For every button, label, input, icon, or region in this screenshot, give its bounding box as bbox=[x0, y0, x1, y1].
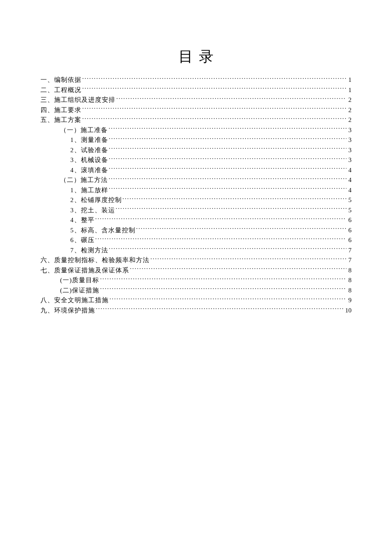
toc-entry: 八、安全文明施工措施9 bbox=[40, 295, 352, 306]
toc-entry-label: 四、施工要求 bbox=[40, 105, 81, 116]
toc-entry: 2、松铺厚度控制5 bbox=[40, 195, 352, 205]
document-page: 目录 一、编制依据1二、工程概况1三、施工组织及进度安排2四、施工要求2五、施工… bbox=[0, 0, 392, 555]
toc-entry: （一）施工准备3 bbox=[40, 125, 352, 136]
toc-entry-label: 5、标高、含水量控制 bbox=[70, 225, 135, 236]
toc-entry-page: 1 bbox=[347, 85, 352, 95]
toc-entry-page: 5 bbox=[347, 195, 352, 205]
toc-entry-page: 2 bbox=[347, 115, 352, 125]
toc-entry: 1、测量准备3 bbox=[40, 135, 352, 145]
toc-leader-dots bbox=[95, 236, 347, 242]
toc-entry: 7、检测方法7 bbox=[40, 246, 352, 256]
toc-entry: 5、标高、含水量控制6 bbox=[40, 225, 352, 236]
toc-leader-dots bbox=[150, 256, 346, 262]
toc-entry-page: 6 bbox=[347, 215, 352, 225]
toc-entry-label: 4、整平 bbox=[70, 215, 95, 225]
toc-entry-label: 1、施工放样 bbox=[70, 185, 108, 196]
toc-entry-page: 4 bbox=[347, 165, 352, 176]
toc-leader-dots bbox=[116, 206, 347, 212]
toc-leader-dots bbox=[123, 196, 347, 202]
toc-entry-label: 2、试验准备 bbox=[70, 145, 108, 156]
toc-entry-label: 2、松铺厚度控制 bbox=[70, 195, 122, 205]
toc-leader-dots bbox=[109, 136, 347, 142]
toc-entry: 1、施工放样4 bbox=[40, 185, 352, 196]
toc-entry-page: 7 bbox=[347, 246, 352, 256]
toc-leader-dots bbox=[110, 296, 346, 302]
toc-entry-label: 3、挖土、装运 bbox=[70, 205, 115, 216]
toc-leader-dots bbox=[109, 126, 346, 132]
toc-entry-page: 8 bbox=[347, 275, 352, 286]
toc-entry: 4、整平6 bbox=[40, 215, 352, 225]
toc-entry-page: 4 bbox=[347, 175, 352, 185]
toc-entry-label: 6、碾压 bbox=[70, 235, 95, 246]
toc-leader-dots bbox=[109, 166, 347, 172]
toc-entry-label: (二)保证措施 bbox=[60, 286, 99, 296]
toc-entry-label: 4、滚填准备 bbox=[70, 165, 108, 176]
toc-entry-page: 3 bbox=[347, 145, 352, 156]
toc-entry-page: 5 bbox=[347, 205, 352, 216]
toc-entry-page: 4 bbox=[347, 185, 352, 196]
toc-leader-dots bbox=[130, 266, 346, 272]
toc-entry-label: (一)质量目标 bbox=[60, 275, 99, 286]
toc-leader-dots bbox=[100, 276, 346, 282]
toc-entry: 3、机械设备3 bbox=[40, 155, 352, 165]
toc-entry: 4、滚填准备4 bbox=[40, 165, 352, 176]
toc-entry: 六、质量控制指标、检验频率和方法7 bbox=[40, 255, 352, 266]
toc-leader-dots bbox=[82, 116, 346, 122]
toc-leader-dots bbox=[109, 156, 347, 162]
toc-entry-page: 3 bbox=[347, 155, 352, 165]
toc-entry-page: 2 bbox=[347, 95, 352, 105]
toc-entry-label: 1、测量准备 bbox=[70, 135, 108, 145]
toc-entry-page: 8 bbox=[347, 266, 352, 276]
toc-entry-page: 6 bbox=[347, 235, 352, 246]
toc-entry-page: 9 bbox=[347, 295, 352, 306]
toc-entry: 四、施工要求2 bbox=[40, 105, 352, 116]
toc-leader-dots bbox=[136, 226, 347, 232]
toc-entry: 三、施工组织及进度安排2 bbox=[40, 95, 352, 105]
toc-entry-page: 3 bbox=[347, 125, 352, 136]
toc-entry-label: 六、质量控制指标、检验频率和方法 bbox=[40, 255, 150, 266]
toc-leader-dots bbox=[82, 86, 346, 92]
toc-entry-label: 七、质量保证措施及保证体系 bbox=[40, 266, 129, 276]
toc-entry-page: 6 bbox=[347, 225, 352, 236]
toc-entry-label: 三、施工组织及进度安排 bbox=[40, 95, 115, 105]
toc-leader-dots bbox=[109, 146, 347, 152]
toc-entry-label: 八、安全文明施工措施 bbox=[40, 295, 109, 306]
toc-entry-page: 8 bbox=[347, 286, 352, 296]
toc-entry: 七、质量保证措施及保证体系8 bbox=[40, 266, 352, 276]
toc-entry-page: 7 bbox=[347, 255, 352, 266]
toc-leader-dots bbox=[109, 176, 346, 182]
toc-entry: 二、工程概况1 bbox=[40, 85, 352, 95]
toc-entry-label: 7、检测方法 bbox=[70, 246, 108, 256]
toc-entry: (二)保证措施8 bbox=[40, 286, 352, 296]
toc-entry-page: 3 bbox=[347, 135, 352, 145]
toc-leader-dots bbox=[96, 306, 344, 312]
toc-entry: 九、环境保护措施10 bbox=[40, 306, 352, 316]
toc-entry-label: （二）施工方法 bbox=[60, 175, 108, 185]
toc-leader-dots bbox=[109, 186, 347, 192]
toc-entry-label: 九、环境保护措施 bbox=[40, 306, 95, 316]
toc-entry: 一、编制依据1 bbox=[40, 75, 352, 85]
toc-entry: 6、碾压6 bbox=[40, 235, 352, 246]
toc-entry: 2、试验准备3 bbox=[40, 145, 352, 156]
toc-entry: 3、挖土、装运5 bbox=[40, 205, 352, 216]
table-of-contents: 一、编制依据1二、工程概况1三、施工组织及进度安排2四、施工要求2五、施工方案2… bbox=[40, 75, 352, 315]
toc-leader-dots bbox=[82, 106, 346, 112]
toc-entry-label: （一）施工准备 bbox=[60, 125, 108, 136]
toc-leader-dots bbox=[116, 95, 346, 102]
toc-leader-dots bbox=[109, 246, 347, 252]
toc-entry-label: 五、施工方案 bbox=[40, 115, 81, 125]
toc-entry-page: 2 bbox=[347, 105, 352, 116]
toc-entry: （二）施工方法4 bbox=[40, 175, 352, 185]
toc-leader-dots bbox=[100, 286, 346, 292]
toc-entry-page: 1 bbox=[347, 75, 352, 85]
toc-leader-dots bbox=[82, 75, 346, 82]
toc-entry-label: 二、工程概况 bbox=[40, 85, 81, 95]
toc-entry: 五、施工方案2 bbox=[40, 115, 352, 125]
toc-entry-page: 10 bbox=[345, 306, 352, 316]
toc-entry-label: 一、编制依据 bbox=[40, 75, 81, 85]
toc-entry: (一)质量目标8 bbox=[40, 275, 352, 286]
page-title: 目录 bbox=[40, 47, 352, 66]
toc-entry-label: 3、机械设备 bbox=[70, 155, 108, 165]
toc-leader-dots bbox=[95, 216, 347, 222]
